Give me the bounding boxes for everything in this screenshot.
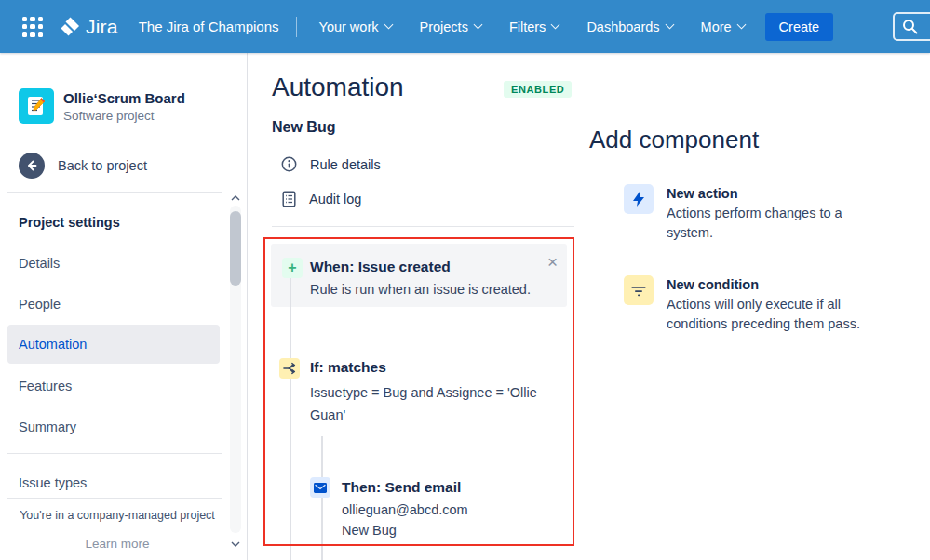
sidebar-item-features[interactable]: Features bbox=[7, 367, 220, 405]
project-name: Ollie‘Scrum Board bbox=[63, 90, 185, 106]
new-action-item[interactable]: New action Actions perform changes to a … bbox=[624, 184, 877, 243]
chevron-down-icon bbox=[736, 20, 746, 30]
chevron-down-icon bbox=[384, 20, 393, 30]
sidebar-section-title: Project settings bbox=[19, 215, 120, 230]
sidebar-item-issue-types[interactable]: Issue types bbox=[7, 464, 220, 501]
nav-divider bbox=[296, 17, 297, 37]
notebook-pencil-icon bbox=[24, 94, 48, 118]
info-icon bbox=[281, 156, 297, 172]
new-action-title: New action bbox=[667, 184, 877, 203]
learn-more-link[interactable]: Learn more bbox=[0, 537, 235, 551]
new-condition-desc: Actions will only execute if all conditi… bbox=[667, 295, 877, 334]
nav-item-projects[interactable]: Projects bbox=[420, 20, 481, 34]
jira-logo-icon bbox=[58, 15, 82, 39]
scrollbar-thumb[interactable] bbox=[230, 211, 241, 286]
filter-icon bbox=[624, 275, 654, 305]
new-condition-text: New condition Actions will only execute … bbox=[667, 275, 877, 334]
new-action-text: New action Actions perform changes to a … bbox=[667, 184, 877, 243]
chevron-down-icon bbox=[665, 20, 674, 30]
back-arrow-icon bbox=[19, 153, 45, 179]
sidebar-divider bbox=[7, 453, 222, 454]
chevron-down-icon bbox=[551, 20, 560, 30]
sidebar-item-people[interactable]: People bbox=[7, 286, 220, 323]
nav-menu: Your work Projects Filters Dashboards Mo… bbox=[319, 20, 745, 34]
project-info: Ollie‘Scrum Board Software project bbox=[63, 90, 185, 123]
scroll-up-icon[interactable] bbox=[229, 191, 242, 206]
sidebar-item-details[interactable]: Details bbox=[7, 245, 220, 282]
search-icon bbox=[902, 19, 918, 34]
sidebar-item-automation[interactable]: Automation bbox=[7, 325, 220, 364]
status-badge: ENABLED bbox=[504, 81, 572, 98]
project-avatar bbox=[19, 88, 54, 124]
back-to-project-button[interactable]: Back to project bbox=[19, 153, 147, 179]
lightning-bolt-icon bbox=[624, 184, 654, 214]
page-title: Automation bbox=[272, 73, 404, 102]
automation-main: Automation ENABLED New Bug Rule details … bbox=[248, 53, 930, 560]
email-icon[interactable] bbox=[310, 477, 330, 498]
chevron-down-icon bbox=[473, 20, 482, 30]
close-icon[interactable]: × bbox=[547, 253, 558, 271]
rule-connector-line bbox=[321, 436, 323, 560]
top-navbar: Jira The Jira of Champions Your work Pro… bbox=[0, 0, 930, 53]
site-title: The Jira of Champions bbox=[139, 19, 279, 34]
trigger-title: When: Issue created bbox=[310, 259, 451, 275]
sidebar-divider bbox=[7, 192, 222, 193]
new-condition-item[interactable]: New condition Actions will only execute … bbox=[624, 275, 877, 334]
project-header: Ollie‘Scrum Board Software project bbox=[19, 88, 185, 124]
content-divider bbox=[272, 226, 574, 227]
action-recipient: ollieguan@abcd.com bbox=[342, 502, 468, 517]
new-action-desc: Actions perform changes to a system. bbox=[667, 204, 877, 243]
rule-details-link[interactable]: Rule details bbox=[281, 156, 381, 172]
new-condition-title: New condition bbox=[667, 275, 877, 294]
sidebar-item-summary[interactable]: Summary bbox=[7, 408, 220, 446]
project-type: Software project bbox=[63, 109, 185, 123]
nav-item-your-work[interactable]: Your work bbox=[319, 20, 392, 34]
trigger-subtitle: Rule is run when an issue is created. bbox=[310, 282, 531, 297]
sidebar-scrollbar[interactable] bbox=[229, 191, 242, 555]
app-switcher-icon[interactable] bbox=[22, 17, 43, 37]
condition-title[interactable]: If: matches bbox=[310, 359, 386, 376]
trigger-card[interactable]: + When: Issue created Rule is run when a… bbox=[271, 244, 567, 307]
condition-subtitle: Issuetype = Bug and Assignee = 'Ollie Gu… bbox=[310, 381, 567, 426]
managed-project-note: You're in a company-managed project bbox=[0, 509, 235, 522]
nav-item-more[interactable]: More bbox=[701, 20, 745, 34]
project-sidebar: Ollie‘Scrum Board Software project Back … bbox=[0, 53, 248, 560]
jira-automation-page: Jira The Jira of Champions Your work Pro… bbox=[0, 0, 930, 560]
jira-logo-text: Jira bbox=[86, 16, 118, 38]
action-title[interactable]: Then: Send email bbox=[342, 479, 461, 496]
create-button[interactable]: Create bbox=[765, 13, 834, 41]
rule-connector-line bbox=[290, 278, 291, 560]
add-component-title: Add component bbox=[589, 126, 759, 154]
nav-item-filters[interactable]: Filters bbox=[509, 20, 559, 34]
search-input[interactable] bbox=[893, 12, 930, 41]
scroll-down-icon[interactable] bbox=[229, 537, 242, 552]
audit-log-link[interactable]: Audit log bbox=[282, 191, 361, 207]
audit-log-icon bbox=[282, 191, 296, 207]
jira-logo[interactable]: Jira bbox=[58, 15, 118, 39]
back-to-project-label: Back to project bbox=[58, 158, 147, 173]
nav-item-dashboards[interactable]: Dashboards bbox=[586, 20, 672, 34]
trigger-plus-icon: + bbox=[282, 258, 303, 278]
condition-branch-icon[interactable] bbox=[279, 358, 300, 379]
sidebar-divider bbox=[7, 498, 222, 499]
action-subject: New Bug bbox=[342, 523, 397, 538]
rule-name: New Bug bbox=[272, 119, 335, 136]
